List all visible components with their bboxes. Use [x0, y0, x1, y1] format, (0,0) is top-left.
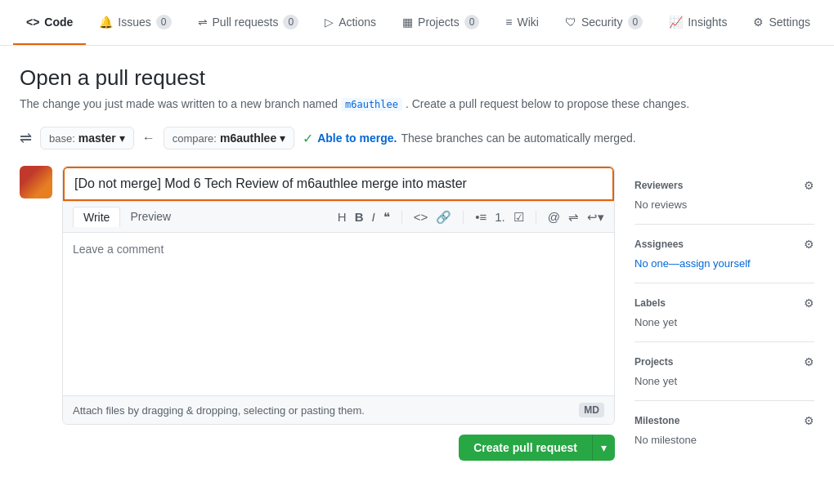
- comment-placeholder: Leave a comment: [73, 243, 164, 256]
- mention-icon[interactable]: @: [548, 210, 560, 224]
- switch-branches-icon: ⇌: [20, 129, 32, 147]
- branch-selector-row: ⇌ base: master ▾ ← compare: m6authlee ▾ …: [20, 127, 814, 149]
- toolbar-separator-3: [536, 211, 536, 224]
- compare-branch-select[interactable]: compare: m6authlee ▾: [164, 127, 294, 149]
- security-badge: 0: [628, 15, 643, 29]
- compare-dropdown-icon: ▾: [280, 132, 285, 145]
- insights-icon: 📈: [669, 16, 683, 29]
- milestone-section: Milestone ⚙ No milestone: [634, 401, 814, 459]
- submit-row: Create pull request ▾: [62, 435, 615, 461]
- pr-form-wrapper: Write Preview H B I ❝ <> 🔗: [62, 166, 615, 461]
- dropdown-arrow-icon: ▾: [601, 441, 607, 454]
- milestone-header: Milestone ⚙: [634, 414, 814, 427]
- bold-icon[interactable]: B: [355, 210, 364, 224]
- tab-pr-label: Pull requests: [213, 16, 279, 29]
- projects-header: Projects ⚙: [634, 355, 814, 368]
- reviewers-title: Reviewers: [634, 180, 683, 191]
- markdown-badge: MD: [579, 403, 604, 417]
- tab-pull-requests[interactable]: ⇌ Pull requests 0: [185, 0, 312, 45]
- labels-title: Labels: [634, 297, 666, 309]
- task-list-icon[interactable]: ☑: [513, 210, 524, 225]
- comment-toolbar: Write Preview H B I ❝ <> 🔗: [63, 201, 614, 233]
- write-tab[interactable]: Write: [73, 207, 120, 227]
- labels-gear-icon[interactable]: ⚙: [804, 297, 814, 310]
- tab-insights[interactable]: 📈 Insights: [656, 0, 740, 45]
- wiki-icon: ≡: [505, 16, 512, 29]
- reviewers-value: No reviews: [634, 198, 814, 211]
- projects-value: None yet: [634, 375, 814, 387]
- able-to-merge-link[interactable]: Able to merge.: [317, 132, 397, 145]
- base-branch-select[interactable]: base: master ▾: [40, 127, 134, 149]
- compare-label: compare:: [173, 132, 217, 145]
- undo-icon[interactable]: ↩▾: [587, 210, 604, 225]
- formatting-toolbar: H B I ❝ <> 🔗 •≡ 1. ☑: [338, 210, 604, 225]
- tab-actions-label: Actions: [339, 16, 376, 29]
- toolbar-separator-2: [463, 211, 464, 224]
- preview-tab[interactable]: Preview: [120, 207, 181, 227]
- projects-section: Projects ⚙ None yet: [634, 342, 814, 401]
- left-panel: Write Preview H B I ❝ <> 🔗: [20, 166, 615, 467]
- labels-section: Labels ⚙ None yet: [634, 283, 814, 342]
- tab-code-label: Code: [44, 16, 73, 29]
- ordered-list-icon[interactable]: 1.: [495, 210, 505, 224]
- create-pull-request-button[interactable]: Create pull request: [459, 435, 592, 461]
- assignees-title: Assignees: [634, 239, 684, 250]
- pr-icon: ⇌: [198, 16, 208, 29]
- actions-icon: ▷: [325, 16, 334, 29]
- right-panel: Reviewers ⚙ No reviews Assignees ⚙ No on…: [634, 166, 814, 467]
- comment-tabs: Write Preview: [73, 207, 181, 227]
- top-nav: <> Code 🔔 Issues 0 ⇌ Pull requests 0 ▷ A…: [0, 0, 834, 46]
- pr-title-wrapper: [63, 167, 614, 201]
- unordered-list-icon[interactable]: •≡: [475, 210, 486, 224]
- tab-projects[interactable]: ▦ Projects 0: [389, 0, 492, 45]
- tab-wiki-label: Wiki: [518, 16, 539, 29]
- pr-badge: 0: [283, 15, 298, 29]
- italic-icon[interactable]: I: [372, 210, 375, 224]
- toolbar-separator-1: [401, 211, 402, 224]
- reference-icon[interactable]: ⇌: [568, 210, 579, 225]
- tab-projects-label: Projects: [418, 16, 460, 29]
- settings-nav-icon: ⚙: [753, 16, 764, 29]
- security-icon: 🛡: [565, 16, 576, 29]
- compare-branch-value: m6authlee: [220, 132, 276, 145]
- tab-actions[interactable]: ▷ Actions: [312, 0, 389, 45]
- tab-issues-label: Issues: [118, 16, 150, 29]
- attach-text: Attach files by dragging & dropping, sel…: [73, 404, 365, 417]
- branch-code: m6authlee: [341, 98, 402, 111]
- page-title: Open a pull request: [20, 65, 814, 91]
- tab-security-label: Security: [581, 16, 623, 29]
- base-label: base:: [49, 132, 75, 145]
- reviewers-gear-icon[interactable]: ⚙: [804, 179, 814, 192]
- code-icon: <>: [26, 16, 39, 29]
- assign-yourself-link[interactable]: No one—assign yourself: [634, 257, 751, 270]
- pr-title-input[interactable]: [65, 168, 612, 199]
- projects-gear-icon[interactable]: ⚙: [804, 355, 814, 368]
- projects-badge: 0: [464, 15, 480, 29]
- link-icon[interactable]: 🔗: [436, 210, 451, 225]
- heading-icon[interactable]: H: [338, 210, 347, 224]
- tab-security[interactable]: 🛡 Security 0: [552, 0, 656, 45]
- reviewers-header: Reviewers ⚙: [634, 179, 814, 192]
- labels-header: Labels ⚙: [634, 297, 814, 310]
- comment-textarea[interactable]: Leave a comment: [63, 233, 614, 396]
- code-icon[interactable]: <>: [414, 210, 428, 224]
- milestone-title: Milestone: [634, 415, 679, 426]
- tab-issues[interactable]: 🔔 Issues 0: [86, 0, 184, 45]
- issues-badge: 0: [156, 15, 172, 29]
- tab-code[interactable]: <> Code: [13, 0, 86, 45]
- quote-icon[interactable]: ❝: [383, 210, 390, 225]
- page-subtitle: The change you just made was written to …: [20, 97, 814, 110]
- milestone-gear-icon[interactable]: ⚙: [804, 414, 814, 427]
- create-pull-request-dropdown[interactable]: ▾: [592, 435, 615, 461]
- issues-icon: 🔔: [99, 16, 113, 29]
- labels-value: None yet: [634, 316, 814, 328]
- direction-arrow-icon: ←: [142, 131, 155, 145]
- tab-insights-label: Insights: [688, 16, 727, 29]
- reviewers-section: Reviewers ⚙ No reviews: [634, 166, 814, 225]
- checkmark-icon: ✓: [303, 131, 313, 146]
- tab-settings[interactable]: ⚙ Settings: [740, 0, 823, 45]
- tab-wiki[interactable]: ≡ Wiki: [492, 0, 552, 45]
- assignees-gear-icon[interactable]: ⚙: [804, 238, 814, 251]
- assignees-section: Assignees ⚙ No one—assign yourself: [634, 225, 814, 283]
- merge-status: ✓ Able to merge. These branches can be a…: [303, 131, 635, 146]
